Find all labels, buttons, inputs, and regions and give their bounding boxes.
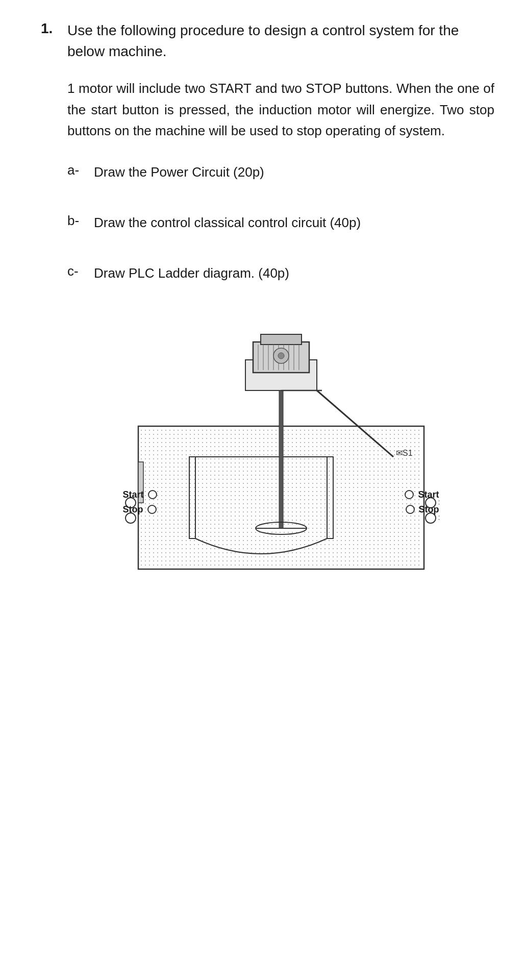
start-right-text: Start: [418, 489, 439, 500]
sub-text-b: Draw the control classical control circu…: [94, 213, 361, 233]
sub-label-b: b-: [67, 213, 86, 229]
description-text: 1 motor will include two START and two S…: [67, 78, 494, 142]
sub-text-a: Draw the Power Circuit (20p): [94, 162, 264, 182]
question-container: 1. Use the following procedure to design…: [41, 20, 494, 581]
sub-question-b: b- Draw the control classical control ci…: [67, 213, 494, 233]
machine-diagram-section: ✉S1 Start Stop Start: [67, 314, 494, 581]
machine-diagram: ✉S1 Start Stop Start: [123, 314, 439, 581]
question-number: 1.: [41, 20, 59, 37]
sub-label-a: a-: [67, 162, 86, 178]
question-header: 1. Use the following procedure to design…: [41, 20, 494, 62]
stop-left-text: Stop: [123, 504, 143, 515]
sub-question-c: c- Draw PLC Ladder diagram. (40p): [67, 263, 494, 283]
stop-right-text: Stop: [419, 504, 439, 515]
question-body: 1 motor will include two START and two S…: [41, 78, 494, 581]
sub-question-a: a- Draw the Power Circuit (20p): [67, 162, 494, 182]
sub-label-c: c-: [67, 263, 86, 279]
question-title: Use the following procedure to design a …: [67, 20, 494, 62]
sub-text-c: Draw PLC Ladder diagram. (40p): [94, 263, 289, 283]
start-left-text: Start: [123, 489, 144, 500]
